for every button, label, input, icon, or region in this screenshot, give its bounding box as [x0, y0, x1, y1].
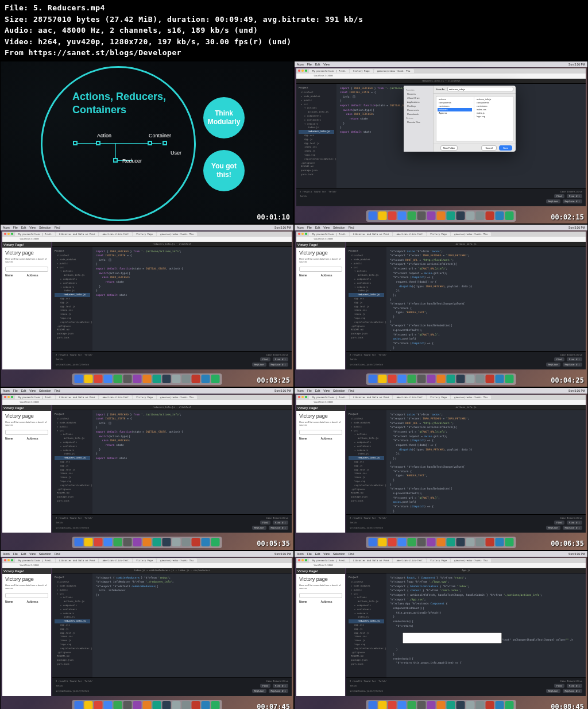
modal-sidebar[interactable]: Favorites RecentsiCloud Drive Applicatio…	[404, 86, 434, 152]
find-panel[interactable]: 2 results found for 'fetch'Case Insensit…	[346, 351, 586, 369]
file-tree[interactable]: Projectclickfest▸ node_modules▸ public▾ …	[52, 410, 92, 514]
find-panel[interactable]: 2 results found for 'fetch'Case Insensit…	[296, 188, 586, 206]
save-file-modal[interactable]: Favorites RecentsiCloud Drive Applicatio…	[404, 86, 516, 152]
replace-all-button[interactable]: Replace All	[269, 363, 289, 367]
find-all-button[interactable]: Find All	[273, 521, 288, 525]
tab-bar[interactable]: My presentations | PreziLibraries and Da…	[296, 558, 586, 563]
search-input[interactable]	[299, 267, 342, 272]
code-editor[interactable]: import { INFO_FETCHED } from '../actions…	[92, 247, 292, 351]
find-panel[interactable]: 2 results found for 'fetch'Case Insensit…	[52, 677, 292, 696]
code-editor[interactable]: import { INFO_FETCHED } from '../actions…	[92, 410, 292, 514]
tab-bar[interactable]: My presentations | PreziLibraries and Da…	[2, 558, 292, 563]
address-bar[interactable]: localhost:3000	[296, 563, 586, 568]
dock[interactable]	[72, 700, 222, 710]
address-bar[interactable]: localhost:3000	[2, 400, 292, 404]
dock[interactable]	[72, 373, 222, 385]
menubar[interactable]: AtomFileEditViewSelectionFindSun 5:16 PM	[1, 388, 293, 394]
menubar[interactable]: AtomFileEditViewSelectionFindSun 5:16 PM	[1, 225, 293, 230]
replace-button[interactable]: Replace	[546, 526, 560, 530]
find-button[interactable]: Find	[260, 684, 270, 688]
new-folder-button[interactable]: New Folder	[440, 145, 458, 151]
col-address: Address	[321, 273, 343, 277]
replace-all-button[interactable]: Replace All	[563, 689, 583, 693]
file-tree[interactable]: Projectclickfest▸ node_modules▸ public▾ …	[346, 410, 386, 514]
find-button[interactable]: Find	[260, 521, 270, 525]
tab-bar[interactable]: My presentations | PreziVictory Pagegaea…	[296, 68, 586, 74]
editor-window: actions_info.js Projectclickfest▸ node_m…	[346, 242, 586, 369]
menubar[interactable]: AtomFileEditViewSelectionFindSun 5:16 PM	[295, 388, 587, 394]
cancel-button[interactable]: Cancel	[481, 145, 496, 151]
bubble-yougot: You got this!	[203, 150, 245, 191]
save-button[interactable]: Save	[499, 145, 512, 151]
editor-tab[interactable]: reducers_info.js — clickfest	[296, 79, 586, 84]
replace-button[interactable]: Replace	[252, 689, 266, 693]
col-name: Name	[299, 600, 321, 603]
replace-all-button[interactable]: Replace All	[563, 363, 583, 367]
find-all-button[interactable]: Find All	[273, 684, 288, 688]
code-editor[interactable]: "k">import { combineReducers } "k">from …	[92, 573, 292, 677]
find-button[interactable]: Find	[554, 357, 564, 361]
search-input[interactable]	[299, 593, 342, 598]
dock[interactable]	[366, 537, 516, 548]
tab-bar[interactable]: My presentations | PreziLibraries and Da…	[2, 232, 292, 237]
address-bar[interactable]: localhost:3000	[296, 237, 586, 241]
file-tree[interactable]: Projectclickfest▸ node_modules▸ public▾ …	[52, 573, 92, 677]
replace-all-button[interactable]: Replace All	[563, 526, 583, 530]
editor-tab[interactable]: reducers_info.js — clickfest	[52, 242, 292, 247]
search-input[interactable]	[5, 430, 48, 435]
find-all-button[interactable]: Find All	[567, 684, 582, 688]
file-tree[interactable]: Projectclickfest▸ node_modules▸ public▾ …	[52, 247, 92, 351]
file-tree[interactable]: Projectclickfest▸ node_modules▸ public▾ …	[346, 247, 386, 351]
find-panel[interactable]: 2 results found for 'fetch'Case Insensit…	[346, 677, 586, 696]
file-tree[interactable]: Projectclickfest▸ node_modules▸ public▾ …	[346, 573, 386, 677]
editor-tab[interactable]: index.js • combineReducers.js • index.js…	[52, 568, 292, 573]
file-browser[interactable]: actionscomponents containersreducers App…	[436, 96, 513, 141]
menubar[interactable]: Atom FileEditView Sun 5:16 PM	[295, 61, 587, 67]
menubar[interactable]: AtomFileEditViewSelectionFindSun 5:16 PM	[1, 551, 293, 557]
filename-input[interactable]	[447, 87, 513, 91]
editor-tab[interactable]: actions_info.js	[346, 405, 586, 410]
find-all-button[interactable]: Find All	[273, 357, 288, 361]
dock[interactable]	[72, 537, 222, 548]
dock[interactable]	[366, 373, 516, 385]
address-bar[interactable]: localhost:3000	[2, 563, 292, 568]
find-button[interactable]: Find	[554, 521, 564, 525]
code-editor[interactable]: "k">import axios "k">from 'axios';"k">ex…	[386, 410, 586, 514]
find-button[interactable]: Find	[554, 684, 564, 688]
find-panel[interactable]: 2 results found for 'fetch'Case Insensit…	[52, 514, 292, 533]
find-button[interactable]: Find	[260, 357, 270, 361]
find-panel[interactable]: 2 results found for 'fetch'Case Insensit…	[52, 351, 292, 369]
menubar[interactable]: AtomFileEditViewSelectionFindSun 5:16 PM	[295, 551, 587, 557]
dock[interactable]	[366, 210, 516, 222]
dock[interactable]	[366, 700, 516, 710]
search-input[interactable]	[5, 267, 48, 272]
page-banner: Victory Page!	[296, 405, 345, 411]
address-bar[interactable]: localhost:3000	[296, 74, 586, 78]
replace-button[interactable]: Replace	[546, 689, 560, 693]
code-editor[interactable]: "k">import axios "k">from 'axios';"k">ex…	[386, 247, 586, 351]
replace-all-button[interactable]: Replace All	[269, 689, 289, 693]
find-all-button[interactable]: Find All	[567, 521, 582, 525]
tab-bar[interactable]: My presentations | PreziLibraries and Da…	[296, 395, 586, 400]
file-tree[interactable]: Projectclickfest▸ node_modules▸ public▾ …	[296, 84, 336, 188]
editor-tab[interactable]: reducers_info.js — clickfest	[52, 405, 292, 410]
replace-all-button[interactable]: Replace All	[269, 526, 289, 530]
saveas-label: Save As:	[436, 88, 445, 91]
search-input[interactable]	[5, 593, 48, 598]
editor-tab[interactable]: actions_info.js	[346, 242, 586, 247]
replace-button[interactable]: Replace	[546, 363, 560, 367]
tab-bar[interactable]: My presentations | PreziLibraries and Da…	[296, 232, 586, 237]
address-bar[interactable]: localhost:3000	[2, 237, 292, 241]
menubar[interactable]: AtomFileEditViewSelectionFindSun 5:16 PM	[295, 225, 587, 230]
replace-button[interactable]: Replace	[252, 363, 266, 367]
search-input[interactable]	[299, 430, 342, 435]
tab-bar[interactable]: My presentations | PreziLibraries and Da…	[2, 395, 292, 400]
page-heading: Victory page	[299, 413, 342, 419]
code-editor[interactable]: "k">import React, { Component } "k">from…	[386, 573, 586, 677]
replace-button[interactable]: Replace	[252, 526, 266, 530]
find-panel[interactable]: 2 results found for 'fetch'Case Insensit…	[346, 514, 586, 533]
audio-value: aac, 48000 Hz, 2 channels, s16, 189 kb/s…	[38, 26, 258, 34]
editor-tab[interactable]: App.js	[346, 568, 586, 573]
find-all-button[interactable]: Find All	[567, 357, 582, 361]
address-bar[interactable]: localhost:3000	[296, 400, 586, 404]
